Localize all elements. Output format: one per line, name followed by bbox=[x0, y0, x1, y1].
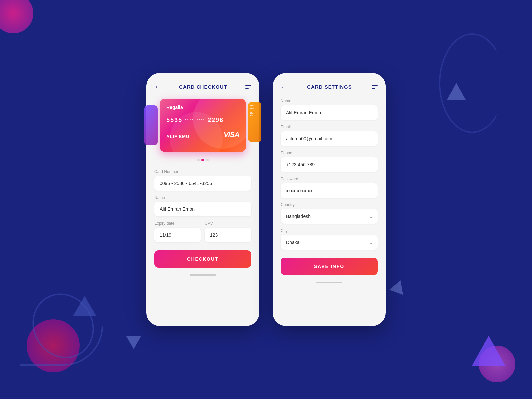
settings-password-field-group: Password bbox=[281, 177, 378, 198]
settings-city-select-wrapper: Dhaka Chittagong Sylhet bbox=[281, 235, 378, 250]
bg-triangle-center-right bbox=[389, 278, 407, 295]
card-number-label: Card Number bbox=[154, 169, 251, 174]
expiry-cvv-row: Expiry date CVV bbox=[154, 221, 251, 247]
settings-email-input[interactable] bbox=[281, 131, 378, 146]
save-info-button[interactable]: SAVE INFO bbox=[281, 258, 378, 275]
bg-circle-top-left bbox=[0, 0, 33, 33]
settings-back-button[interactable]: ← bbox=[281, 83, 287, 91]
settings-phone-field-group: Phone bbox=[281, 151, 378, 172]
carousel-dots bbox=[154, 159, 251, 161]
bg-triangle-right-bottom bbox=[472, 336, 505, 366]
checkout-button[interactable]: CHECKOUT bbox=[154, 250, 251, 268]
settings-phone-label: Phone bbox=[281, 151, 378, 155]
side-card-right-label2: Titu bbox=[250, 107, 259, 109]
bg-arc-right bbox=[439, 33, 505, 133]
card-network-logo: VISA bbox=[224, 130, 239, 139]
settings-country-select[interactable]: Bangladesh India Pakistan bbox=[281, 209, 378, 224]
settings-country-label: Country bbox=[281, 202, 378, 207]
bg-curve-bottom-left bbox=[20, 326, 103, 366]
home-indicator-right bbox=[316, 282, 342, 283]
expiry-input[interactable] bbox=[154, 228, 201, 242]
cvv-label: CVV bbox=[205, 221, 251, 226]
settings-header: ← CARD SETTINGS bbox=[281, 83, 378, 91]
checkout-name-field-group: Name bbox=[154, 195, 251, 216]
settings-title: CARD SETTINGS bbox=[307, 84, 352, 90]
side-card-right: Tim Titu 55. Alif bbox=[248, 102, 261, 142]
checkout-back-button[interactable]: ← bbox=[154, 83, 161, 91]
side-card-left bbox=[144, 105, 158, 145]
checkout-header: ← CARD CHECKOUT bbox=[154, 83, 251, 91]
card-settings-screen: ← CARD SETTINGS Name Email Phone Passwor… bbox=[273, 73, 386, 326]
settings-name-input[interactable] bbox=[281, 105, 378, 120]
settings-city-select[interactable]: Dhaka Chittagong Sylhet bbox=[281, 235, 378, 250]
home-indicator-left bbox=[190, 274, 216, 276]
settings-country-select-wrapper: Bangladesh India Pakistan bbox=[281, 209, 378, 224]
credit-card-main: Regalia 5535 ···· ···· 2296 ALIF EMU VIS… bbox=[160, 99, 246, 152]
settings-password-label: Password bbox=[281, 177, 378, 181]
carousel-dot-1[interactable] bbox=[197, 159, 200, 161]
expiry-label: Expiry date bbox=[154, 221, 201, 226]
side-card-right-label4: Alif bbox=[250, 115, 259, 117]
settings-country-field-group: Country Bangladesh India Pakistan bbox=[281, 202, 378, 224]
card-brand: Regalia bbox=[166, 105, 239, 110]
settings-menu-icon[interactable] bbox=[372, 85, 378, 89]
settings-email-label: Email bbox=[281, 125, 378, 129]
settings-city-label: City bbox=[281, 228, 378, 233]
card-carousel: Regalia 5535 ···· ···· 2296 ALIF EMU VIS… bbox=[154, 99, 251, 152]
card-number-field-group: Card Number bbox=[154, 169, 251, 191]
checkout-name-label: Name bbox=[154, 195, 251, 200]
carousel-dot-3[interactable] bbox=[206, 159, 209, 161]
expiry-field-group: Expiry date bbox=[154, 221, 201, 242]
side-card-right-label3: 55. bbox=[250, 112, 259, 114]
screens-container: ← CARD CHECKOUT Regalia 5535 ···· ···· 2… bbox=[146, 73, 386, 326]
settings-city-field-group: City Dhaka Chittagong Sylhet bbox=[281, 228, 378, 250]
checkout-menu-icon[interactable] bbox=[245, 85, 251, 89]
card-number-input[interactable] bbox=[154, 176, 251, 191]
card-holder-name: ALIF EMU bbox=[166, 134, 189, 139]
settings-password-input[interactable] bbox=[281, 183, 378, 198]
carousel-dot-2[interactable] bbox=[201, 159, 204, 161]
bg-triangle-bottom-center bbox=[126, 336, 141, 349]
settings-phone-input[interactable] bbox=[281, 157, 378, 172]
checkout-title: CARD CHECKOUT bbox=[179, 84, 227, 90]
card-number-display: 5535 ···· ···· 2296 bbox=[166, 117, 239, 124]
cvv-field-group: CVV bbox=[205, 221, 251, 242]
settings-email-field-group: Email bbox=[281, 125, 378, 146]
cvv-input[interactable] bbox=[205, 228, 251, 242]
settings-name-label: Name bbox=[281, 99, 378, 103]
card-checkout-screen: ← CARD CHECKOUT Regalia 5535 ···· ···· 2… bbox=[146, 73, 259, 326]
side-card-right-label1: Tim bbox=[250, 105, 259, 107]
card-bottom-row: ALIF EMU VISA bbox=[166, 130, 239, 139]
checkout-name-input[interactable] bbox=[154, 202, 251, 216]
settings-name-field-group: Name bbox=[281, 99, 378, 120]
